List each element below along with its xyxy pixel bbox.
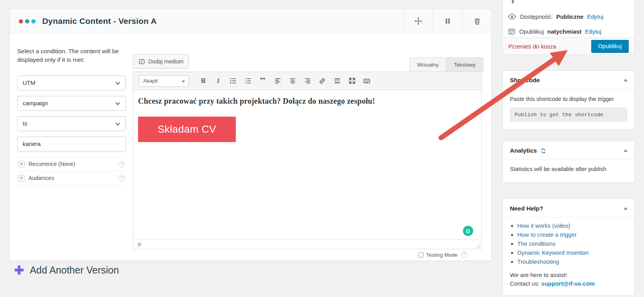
fullscreen-icon <box>348 77 356 85</box>
publish-button[interactable]: Opublikuj <box>591 40 629 52</box>
publish-actions: Przenieś do kosza Opublikuj <box>503 38 634 54</box>
bullet-list-icon <box>230 77 237 85</box>
eye-icon <box>508 12 517 21</box>
blockquote-button[interactable]: “ <box>255 75 270 87</box>
link-icon <box>318 77 326 85</box>
toolbar-toggle-button[interactable] <box>359 75 374 87</box>
add-media-label: Dodaj medium <box>148 58 183 65</box>
bullet-list-button[interactable] <box>226 75 240 87</box>
delete-version-button[interactable] <box>462 9 492 33</box>
version-panel-header: Dynamic Content - Version A <box>9 9 492 34</box>
analytics-message: Statistics will be available after publi… <box>503 160 634 172</box>
pause-version-button[interactable] <box>433 9 462 33</box>
italic-button[interactable]: I <box>211 75 226 87</box>
editor-content-area[interactable]: Chcesz pracować przy takich projektach? … <box>133 90 481 239</box>
contact-label: Contact us: <box>510 280 540 287</box>
utm-parameter-select[interactable]: campaign <box>17 96 126 111</box>
visibility-row: Dostępność: Publiczne Edytuj <box>508 12 603 21</box>
caret-down-icon <box>182 81 185 83</box>
cta-button[interactable]: Składam CV <box>138 117 236 142</box>
content-heading: Chcesz pracować przy takich projektach? … <box>138 97 477 106</box>
plus-icon: ✚ <box>14 265 24 275</box>
collapse-up-icon[interactable] <box>624 79 628 81</box>
list-item: How to create a trigger <box>517 231 634 238</box>
align-center-icon <box>289 77 296 85</box>
expand-recurrence-button[interactable]: + <box>18 161 25 167</box>
audiences-help-icon[interactable]: ? <box>118 175 125 182</box>
align-left-icon <box>274 77 282 85</box>
help-link-dki[interactable]: Dynamic Keyword Insertion <box>517 249 589 256</box>
dot-teal-icon <box>25 19 29 23</box>
panel-header-actions <box>404 9 492 33</box>
chevron-down-icon <box>115 121 120 125</box>
help-link-conditions[interactable]: The conditions <box>517 240 556 247</box>
move-icon <box>414 17 423 25</box>
bold-icon: B <box>201 77 206 85</box>
refresh-icon[interactable] <box>540 148 547 154</box>
trash-icon <box>473 17 481 25</box>
help-link-create-trigger[interactable]: How to create a trigger <box>517 231 577 238</box>
edit-visibility-link[interactable]: Edytuj <box>587 13 603 20</box>
list-item: The conditions <box>517 240 634 247</box>
paragraph-format-select[interactable]: Akapit <box>139 75 189 87</box>
shortcode-description: Paste this shortcode to display the trig… <box>503 89 634 102</box>
help-link-troubleshooting[interactable]: Troubleshooting <box>517 258 559 265</box>
expand-audiences-button[interactable]: + <box>18 175 25 182</box>
assist-text: We are here to assist! <box>510 271 627 279</box>
tab-text[interactable]: Tekstowy <box>447 58 484 72</box>
publish-box: Dostępność: Publiczne Edytuj Opublikuj n… <box>502 0 635 55</box>
operator-select[interactable]: Is <box>17 116 126 131</box>
read-more-button[interactable] <box>330 75 344 87</box>
collapse-up-icon[interactable] <box>624 207 628 210</box>
add-another-version-button[interactable]: ✚ Add Another Version <box>14 265 119 276</box>
move-to-trash-link[interactable]: Przenieś do kosza <box>508 43 556 50</box>
tab-visual[interactable]: Wizualny <box>409 58 447 72</box>
analytics-header: Analytics <box>503 141 634 160</box>
need-help-title: Need Help? <box>510 205 543 212</box>
utm-parameter-value: campaign <box>23 100 48 106</box>
align-right-button[interactable] <box>300 75 315 87</box>
move-version-button[interactable] <box>404 9 433 33</box>
testing-mode-checkbox[interactable] <box>418 252 423 257</box>
page: { "panel": { "title": "Dynamic Content -… <box>0 0 644 297</box>
editor-mode-tabs: Wizualny Tekstowy <box>409 58 483 72</box>
resize-handle-icon[interactable] <box>476 244 481 248</box>
shortcode-field[interactable]: Publish to get the shortcode <box>510 108 627 122</box>
fullscreen-button[interactable] <box>344 75 359 87</box>
align-center-button[interactable] <box>285 75 300 87</box>
svg-text:3: 3 <box>245 82 246 84</box>
testing-mode-help-icon[interactable]: ? <box>461 252 467 258</box>
bold-button[interactable]: B <box>196 75 211 87</box>
blockquote-icon: “ <box>260 78 266 84</box>
panel-title: Dynamic Content - Version A <box>42 16 157 26</box>
recurrence-help-icon[interactable]: ? <box>118 161 125 167</box>
numbered-list-button[interactable]: 1 2 3 <box>240 75 255 87</box>
condition-value-input[interactable] <box>23 140 120 147</box>
collapse-up-icon[interactable] <box>624 149 628 152</box>
numbered-list-icon: 1 2 3 <box>244 77 252 85</box>
condition-intro: Select a condition. The content will be … <box>17 47 126 65</box>
grammarly-badge-icon[interactable]: G <box>463 225 474 236</box>
version-indicator-dots-icon <box>19 19 36 23</box>
align-right-icon <box>304 77 311 85</box>
list-item: Dynamic Keyword Insertion <box>517 249 634 256</box>
pause-icon <box>444 17 452 25</box>
edit-schedule-link[interactable]: Edytuj <box>585 28 601 35</box>
support-email-link[interactable]: support@if-so.com <box>541 280 595 287</box>
keyboard-icon <box>363 77 371 85</box>
schedule-value: natychmiast <box>547 28 582 35</box>
help-link-how-it-works[interactable]: How it works (video) <box>517 222 570 229</box>
add-media-button[interactable]: Dodaj medium <box>133 54 189 68</box>
add-media-icon <box>138 58 145 65</box>
condition-type-select[interactable]: UTM <box>17 76 126 90</box>
testing-mode-row: Testing Mode ? <box>418 252 467 258</box>
chevron-down-icon <box>115 80 120 85</box>
align-left-button[interactable] <box>270 75 285 87</box>
analytics-box: Analytics Statistics will be available a… <box>502 141 635 183</box>
tab-visual-label: Wizualny <box>417 62 439 68</box>
svg-text:G: G <box>466 228 470 234</box>
visual-editor: Akapit B I 1 2 3 “ <box>133 72 482 249</box>
schedule-row: Opublikuj natychmiast Edytuj <box>508 27 601 36</box>
recurrence-label: Recurrence (None) <box>29 161 75 167</box>
insert-link-button[interactable] <box>315 75 330 87</box>
